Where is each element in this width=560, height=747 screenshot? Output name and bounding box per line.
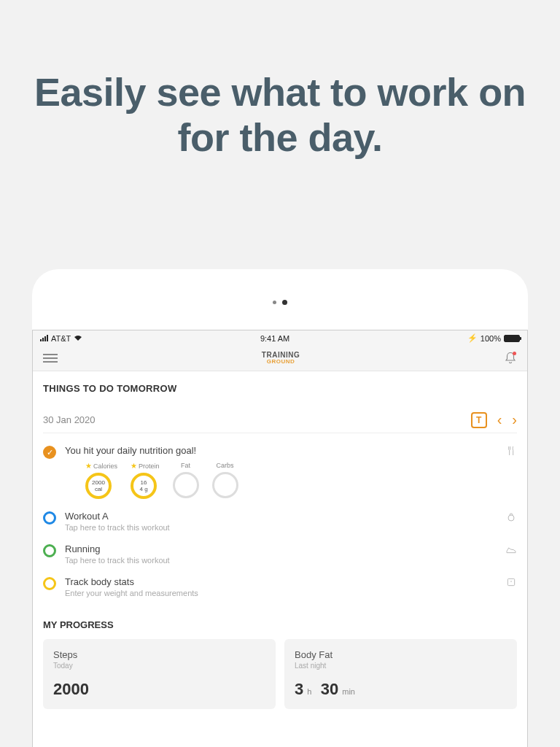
- progress-card[interactable]: Body Fat Last night 3 h 30 min: [284, 639, 517, 709]
- card-value: 3 h 30 min: [295, 680, 507, 699]
- task-ring-icon: [43, 544, 56, 557]
- card-title: Body Fat: [295, 649, 507, 660]
- progress-title: MY PROGRESS: [43, 619, 517, 630]
- card-title: Steps: [53, 649, 265, 660]
- notifications-button[interactable]: [504, 352, 517, 365]
- task-item[interactable]: Track body stats Enter your weight and m…: [43, 576, 517, 597]
- next-day-button[interactable]: ›: [512, 411, 517, 428]
- task-subtitle: Tap here to track this workout: [65, 523, 517, 532]
- headline: Easily see what to work on for the day.: [0, 0, 560, 160]
- kettlebell-icon: [505, 511, 517, 525]
- page-dot-active: [282, 300, 287, 305]
- date-label: 30 Jan 2020: [43, 414, 96, 425]
- signal-icon: [40, 335, 48, 341]
- things-title: THINGS TO DO TOMORROW: [43, 383, 517, 394]
- wifi-icon: [74, 335, 82, 341]
- task-subtitle: Tap here to track this workout: [65, 556, 517, 565]
- shoe-icon: [505, 543, 517, 558]
- menu-button[interactable]: [43, 354, 58, 363]
- task-item[interactable]: Running Tap here to track this workout: [43, 543, 517, 565]
- phone-screen: AT&T 9:41 AM ⚡ 100% TRAINING GROUND THIN…: [32, 330, 528, 747]
- page-indicator: [32, 269, 528, 305]
- nutrition-ring: [173, 472, 199, 498]
- task-title: Running: [65, 543, 517, 554]
- star-icon: ★: [85, 462, 92, 470]
- prev-day-button[interactable]: ‹: [497, 411, 502, 428]
- clock: 9:41 AM: [260, 334, 289, 343]
- task-ring-icon: [43, 577, 56, 590]
- star-icon: ★: [131, 462, 137, 470]
- today-button[interactable]: T: [471, 412, 487, 428]
- task-title: Track body stats: [65, 576, 517, 587]
- card-subtitle: Last night: [295, 662, 507, 670]
- progress-card[interactable]: Steps Today 2000: [43, 639, 276, 709]
- battery-icon: [504, 335, 520, 342]
- card-subtitle: Today: [53, 662, 265, 670]
- scale-icon: [505, 576, 517, 591]
- battery-pct: 100%: [481, 334, 501, 343]
- app-logo: TRAINING GROUND: [262, 352, 300, 365]
- nutrition-row: ★Calories 2000cal★Protein 164 gFat Carbs: [85, 462, 517, 499]
- carrier-label: AT&T: [51, 334, 71, 343]
- check-icon: ✓: [43, 446, 56, 459]
- nutrition-ring: [212, 472, 238, 498]
- utensils-icon: [505, 445, 517, 460]
- task-item[interactable]: Workout A Tap here to track this workout: [43, 511, 517, 532]
- status-bar: AT&T 9:41 AM ⚡ 100%: [33, 330, 527, 346]
- logo-bottom: GROUND: [262, 359, 300, 365]
- nutrition-title: You hit your daily nutrition goal!: [65, 445, 517, 456]
- nutrition-item: Fat: [173, 462, 199, 499]
- task-title: Workout A: [65, 511, 517, 522]
- svg-point-0: [508, 515, 514, 521]
- bluetooth-icon: ⚡: [467, 333, 478, 343]
- task-subtitle: Enter your weight and measurements: [65, 589, 517, 597]
- page-dot: [273, 301, 276, 304]
- nutrition-ring: 2000cal: [85, 473, 112, 499]
- nutrition-item: Carbs: [212, 462, 238, 499]
- card-value: 2000: [53, 680, 265, 699]
- device-card: AT&T 9:41 AM ⚡ 100% TRAINING GROUND THIN…: [32, 269, 528, 747]
- task-ring-icon: [43, 511, 56, 525]
- nutrition-task[interactable]: ✓ You hit your daily nutrition goal! ★Ca…: [43, 445, 517, 499]
- nutrition-item: ★Calories 2000cal: [85, 462, 117, 499]
- nutrition-ring: 164 g: [131, 473, 157, 499]
- app-bar: TRAINING GROUND: [33, 346, 527, 371]
- nutrition-item: ★Protein 164 g: [131, 462, 160, 499]
